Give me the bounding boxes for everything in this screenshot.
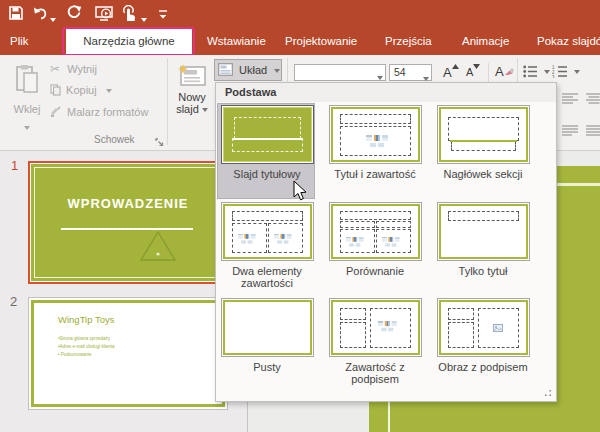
numbering-button[interactable]: 123 [552, 65, 580, 82]
cut-label: Wytnij [67, 63, 97, 75]
new-slide-icon [178, 64, 206, 88]
layout-item-label: Zawartość z podpisem [324, 361, 426, 385]
decrease-font-size-button[interactable]: A [466, 64, 480, 81]
layout-gallery-popup: Podstawa Slajd tytułowy Tytuł i [215, 82, 557, 402]
format-painter-button[interactable]: Malarz formatów [50, 106, 148, 118]
layout-item-label: Slajd tytułowy [216, 168, 318, 180]
copy-icon [50, 84, 61, 96]
layout-item-label: Porównanie [324, 265, 426, 277]
layout-item-label: Tytuł i zawartość [324, 168, 426, 180]
new-slide-label-line2: slajd [176, 103, 199, 115]
clipboard-dialog-launcher-icon[interactable] [155, 134, 165, 152]
numbering-dropdown-icon [574, 70, 580, 74]
redo-icon[interactable] [66, 5, 82, 25]
align-center-icon[interactable] [586, 93, 600, 104]
new-slide-dropdown-icon [202, 108, 208, 112]
new-slide-button[interactable]: Nowy slajd [170, 57, 214, 145]
copy-button[interactable]: Kopiuj [50, 84, 112, 96]
slide-1-number: 1 [11, 158, 18, 173]
bullets-icon [523, 65, 538, 78]
mouse-cursor [293, 180, 308, 202]
touch-mode-icon[interactable] [122, 5, 136, 26]
tab-file[interactable]: Plik [10, 27, 29, 55]
tab-animations[interactable]: Animacje [462, 27, 509, 55]
undo-dropdown-icon[interactable] [50, 10, 56, 28]
slide-1-inner-frame [34, 167, 222, 278]
text-direction-icon[interactable] [586, 125, 600, 136]
save-icon[interactable] [9, 6, 23, 24]
slide-1-triangle-shape [139, 230, 177, 262]
increase-font-size-button[interactable]: A [443, 64, 459, 81]
layout-item-label: Obraz z podpisem [432, 361, 534, 373]
group-divider [167, 58, 168, 145]
layout-item-two-content[interactable]: Dwa elementy zawartości [216, 202, 318, 289]
paste-button[interactable]: Wklej [4, 57, 50, 145]
undo-icon[interactable] [33, 6, 48, 24]
slide-1-thumbnail[interactable]: WPROWADZENIE [28, 161, 228, 284]
format-painter-label: Malarz formatów [67, 106, 148, 118]
layout-item-label: Pusty [216, 361, 318, 373]
customize-qat-icon[interactable] [158, 7, 168, 25]
font-name-dropdown-icon [377, 76, 383, 80]
layout-item-label: Tylko tytuł [432, 265, 534, 277]
layout-item-title-only[interactable]: Tylko tytuł [432, 202, 534, 277]
slide-2-thumbnail[interactable]: WingTip Toys •Strona główna sprzedaży •A… [28, 297, 228, 410]
font-size-dropdown-icon [423, 77, 429, 81]
layout-item-comparison[interactable]: Porównanie [324, 202, 426, 277]
tab-transitions[interactable]: Przejścia [385, 27, 432, 55]
tab-design[interactable]: Projektowanie [285, 27, 357, 55]
slide-2-number: 2 [10, 294, 17, 309]
slide-2-inner-frame: WingTip Toys •Strona główna sprzedaży •A… [31, 300, 225, 407]
slide-2-title: WingTip Toys [58, 314, 115, 325]
layout-icon [218, 63, 233, 76]
layout-item-label: Dwa elementy zawartości [216, 265, 318, 289]
picture-icon [493, 324, 503, 332]
columns-icon[interactable] [562, 125, 578, 136]
small-divider [488, 63, 489, 83]
slide-2-bullets: •Strona główna sprzedaży •Adres e-mail o… [58, 335, 115, 359]
powerpoint-window: Plik Narzędzia główne Wstawianie Projekt… [0, 0, 600, 432]
touch-mode-dropdown-icon[interactable] [141, 10, 147, 28]
svg-text:3: 3 [552, 75, 555, 79]
copy-label: Kopiuj [66, 84, 97, 96]
layout-item-title-content[interactable]: Tytuł i zawartość [324, 105, 426, 180]
numbering-icon: 123 [552, 65, 568, 78]
bullets-dropdown-icon [544, 70, 550, 74]
layout-label: Układ [239, 64, 267, 76]
cut-button[interactable]: ✂ Wytnij [50, 62, 97, 76]
resize-grip[interactable] [544, 389, 552, 397]
layout-item-label: Nagłówek sekcji [432, 168, 534, 180]
cut-icon: ✂ [50, 62, 60, 76]
layout-button[interactable]: Układ [214, 59, 282, 81]
clipboard-group-label: Schowek [94, 134, 135, 145]
layout-item-title-slide[interactable]: Slajd tytułowy [216, 105, 318, 180]
tab-slideshow[interactable]: Pokaz slajdów [537, 27, 600, 55]
layout-item-picture-caption[interactable]: Obraz z podpisem [432, 298, 534, 373]
layout-item-content-caption[interactable]: Zawartość z podpisem [324, 298, 426, 385]
layout-dropdown-icon [274, 69, 280, 73]
copy-dropdown-icon [106, 89, 112, 93]
tab-insert[interactable]: Wstawianie [207, 27, 266, 55]
slide-1-title: WPROWADZENIE [31, 196, 225, 211]
start-slideshow-icon[interactable] [95, 6, 113, 25]
format-painter-icon [50, 106, 62, 118]
font-size-combobox[interactable]: 54 [389, 64, 432, 81]
new-slide-label-line1: Nowy [170, 91, 214, 103]
font-size-value: 54 [394, 66, 406, 78]
quick-access-toolbar [0, 0, 600, 27]
gallery-theme-header: Podstawa [216, 83, 556, 102]
clear-formatting-button[interactable]: A [495, 64, 514, 81]
font-name-combobox[interactable] [294, 64, 386, 81]
paste-dropdown-icon [24, 126, 30, 130]
bullets-button[interactable] [523, 65, 550, 82]
align-left-icon[interactable] [562, 93, 578, 104]
layout-item-section-header[interactable]: Nagłówek sekcji [432, 105, 534, 180]
home-tab-highlight-annotation [62, 27, 195, 56]
layout-item-blank[interactable]: Pusty [216, 298, 318, 373]
paste-icon [16, 64, 38, 94]
paste-label: Wklej [4, 103, 50, 115]
